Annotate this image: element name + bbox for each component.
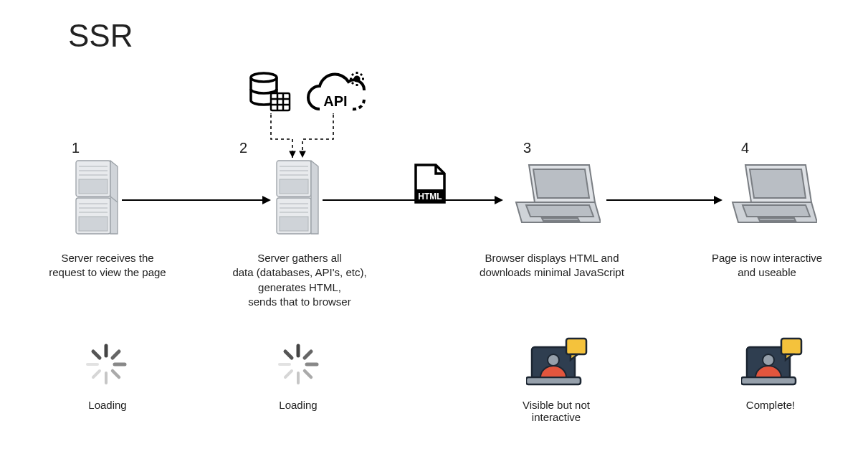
svg-rect-22 (79, 179, 108, 194)
step-2-status: Loading (262, 399, 334, 411)
step-2-desc: Server gathers alldata (databases, API's… (215, 251, 384, 309)
user-laptop-icon-2 (741, 337, 803, 390)
spinner-icon-1 (85, 343, 128, 386)
svg-rect-37 (280, 217, 308, 231)
svg-line-64 (285, 351, 292, 358)
step-3-desc: Browser displays HTML anddownloads minim… (466, 251, 638, 280)
svg-marker-29 (311, 161, 318, 234)
svg-marker-48 (758, 218, 796, 221)
user-laptop-icon-1 (526, 337, 588, 390)
step-1-desc: Server receives therequest to view the p… (36, 251, 179, 280)
svg-marker-42 (526, 205, 593, 217)
svg-rect-68 (566, 339, 586, 354)
svg-rect-33 (280, 179, 308, 194)
svg-line-11 (352, 74, 353, 75)
svg-line-62 (285, 371, 292, 377)
step-4-desc: Page is now interactiveand useable (688, 251, 846, 280)
svg-rect-66 (526, 377, 581, 384)
api-cloud-icon: API (305, 70, 370, 118)
step-3-status: Visible but notinteractive (499, 399, 614, 423)
svg-line-50 (113, 351, 119, 358)
step-4-status: Complete! (724, 399, 817, 411)
svg-rect-71 (741, 377, 796, 384)
svg-marker-43 (542, 218, 579, 221)
spinner-icon-2 (277, 343, 320, 386)
step-3-number: 3 (523, 140, 531, 156)
step-4-number: 4 (741, 140, 749, 156)
arrow-2-3 (323, 199, 502, 201)
laptop-icon-1 (509, 161, 601, 230)
svg-point-0 (251, 73, 277, 82)
svg-point-6 (354, 76, 361, 82)
step-2-number: 2 (239, 140, 247, 156)
ssr-diagram: SSR (0, 0, 868, 454)
svg-marker-40 (533, 169, 589, 198)
step-1-number: 1 (72, 140, 80, 156)
svg-point-72 (763, 354, 774, 366)
diagram-title: SSR (68, 18, 133, 54)
api-text: API (323, 93, 347, 109)
svg-line-13 (361, 74, 362, 75)
svg-line-60 (305, 371, 311, 377)
step-1-status: Loading (72, 399, 143, 411)
svg-line-52 (113, 371, 119, 377)
svg-line-56 (93, 351, 100, 358)
svg-rect-1 (271, 93, 290, 110)
database-icon (248, 72, 291, 113)
laptop-icon-2 (725, 161, 817, 230)
svg-rect-73 (781, 339, 801, 354)
svg-marker-45 (750, 169, 806, 198)
svg-line-12 (361, 82, 362, 84)
svg-rect-26 (79, 217, 108, 231)
svg-line-14 (352, 82, 353, 84)
server-icon-1 (75, 159, 119, 238)
dashed-connectors (258, 113, 373, 164)
arrow-1-2 (122, 199, 270, 201)
svg-point-67 (548, 354, 559, 366)
svg-line-54 (93, 371, 100, 377)
svg-marker-47 (743, 205, 810, 217)
server-icon-2 (275, 159, 320, 238)
svg-line-58 (305, 351, 311, 358)
arrow-3-4 (606, 199, 721, 201)
